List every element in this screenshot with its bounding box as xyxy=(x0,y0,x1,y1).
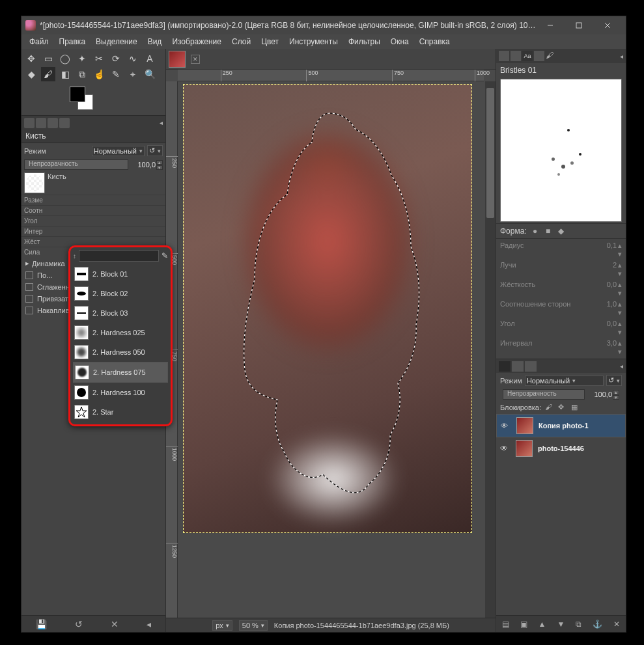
color-picker-tool-icon[interactable]: ⌖ xyxy=(126,67,140,81)
layer-group-icon[interactable]: ▣ xyxy=(520,620,527,629)
bucket-tool-icon[interactable]: ◆ xyxy=(24,67,38,81)
shape-square-icon[interactable]: ■ xyxy=(544,226,553,236)
brush-thumbnail-button[interactable] xyxy=(24,172,45,193)
eraser-tool-icon[interactable]: ◧ xyxy=(58,67,72,81)
brush-item[interactable]: 2. Hardness 100 xyxy=(73,383,168,402)
brush-param-row[interactable]: Лучи2▴▾ xyxy=(496,260,626,279)
param-spinner[interactable]: ▴▾ xyxy=(618,261,622,278)
layers-tab-icon[interactable] xyxy=(499,361,511,372)
param-spinner[interactable]: ▴▾ xyxy=(618,241,622,258)
brush-item[interactable]: 2. Hardness 075 xyxy=(73,362,168,383)
shape-circle-icon[interactable]: ● xyxy=(531,226,540,236)
lock-position-icon[interactable]: ✥ xyxy=(558,403,567,412)
brush-param-row[interactable]: Интервал3,0▴▾ xyxy=(496,338,626,357)
brush-search-input[interactable] xyxy=(79,250,159,262)
path-tool-icon[interactable]: ✎ xyxy=(109,67,123,81)
patterns-tab-icon[interactable] xyxy=(511,51,521,61)
smudge-tool-icon[interactable]: ☝ xyxy=(92,67,106,81)
layer-up-icon[interactable]: ▲ xyxy=(539,620,546,629)
restore-preset-icon[interactable]: ↺ xyxy=(75,619,83,629)
brush-param-row[interactable]: Радиус0,1▴▾ xyxy=(496,240,626,260)
save-preset-icon[interactable]: 💾 xyxy=(36,619,47,629)
menu-windows[interactable]: Окна xyxy=(385,35,414,48)
layer-mode-select[interactable]: Нормальный ▾ xyxy=(525,376,604,386)
spacing-row[interactable]: Интер xyxy=(21,226,165,236)
paint-tab-icon[interactable]: 🖌 xyxy=(546,51,556,61)
menu-tools[interactable]: Инструменты xyxy=(284,35,343,48)
fuzzy-select-tool-icon[interactable]: ✦ xyxy=(75,51,89,66)
close-button[interactable] xyxy=(593,16,622,34)
menu-layer[interactable]: Слой xyxy=(227,35,256,48)
param-spinner[interactable]: ▴▾ xyxy=(618,281,622,297)
angle-row[interactable]: Угол xyxy=(21,215,165,226)
paintbrush-tool-icon[interactable]: 🖌 xyxy=(41,67,55,81)
bind-checkbox[interactable] xyxy=(25,295,33,303)
brush-item[interactable]: 2. Block 02 xyxy=(73,284,168,303)
brushes-tab-icon[interactable] xyxy=(499,51,509,61)
color-swatch[interactable] xyxy=(70,87,96,110)
canvas[interactable] xyxy=(183,84,472,533)
opacity-slider[interactable]: Непрозрачность xyxy=(24,159,128,170)
lock-alpha-icon[interactable]: ▦ xyxy=(571,403,580,412)
text-tool-icon[interactable]: A xyxy=(143,51,157,66)
menu-view[interactable]: Вид xyxy=(143,35,167,48)
menu-help[interactable]: Справка xyxy=(414,35,455,48)
fonts-tab-icon[interactable]: Aa xyxy=(522,51,533,61)
tab-device-icon[interactable] xyxy=(36,118,46,128)
reset-preset-icon[interactable]: ◂ xyxy=(147,619,151,629)
brush-param-row[interactable]: Жёсткость0,0▴▾ xyxy=(496,279,626,299)
menu-edit[interactable]: Правка xyxy=(54,35,91,48)
menu-image[interactable]: Изображение xyxy=(167,35,227,48)
rect-select-tool-icon[interactable]: ▭ xyxy=(41,51,55,66)
opacity-spinner[interactable]: ▴▾ xyxy=(156,160,163,170)
paths-tab-icon[interactable] xyxy=(525,361,537,372)
menu-color[interactable]: Цвет xyxy=(256,35,284,48)
brush-param-row[interactable]: Соотношение сторон1,0▴▾ xyxy=(496,299,626,318)
zoom-tool-icon[interactable]: 🔍 xyxy=(143,67,157,81)
vertical-scrollbar[interactable] xyxy=(485,81,496,618)
brush-item[interactable]: 2. Hardness 050 xyxy=(73,342,168,362)
sort-icon[interactable]: ↕ xyxy=(73,253,76,260)
minimize-button[interactable] xyxy=(536,16,565,34)
brush-item[interactable]: 2. Block 03 xyxy=(73,303,168,323)
dock-menu-icon[interactable]: ◂ xyxy=(620,363,623,370)
warp-tool-icon[interactable]: ∿ xyxy=(126,51,140,66)
pd-checkbox[interactable] xyxy=(25,271,33,279)
size-row[interactable]: Разме xyxy=(21,195,165,205)
foreground-color[interactable] xyxy=(70,87,85,102)
clone-tool-icon[interactable]: ⧉ xyxy=(75,67,89,81)
unit-select[interactable]: px ▾ xyxy=(212,620,232,631)
brush-item[interactable]: 2. Star xyxy=(73,402,168,422)
horizontal-ruler[interactable]: 250 500 750 1000 xyxy=(178,70,484,81)
edit-brush-icon[interactable]: ✎ xyxy=(161,251,168,260)
tab-images-icon[interactable] xyxy=(59,118,70,128)
layer-row[interactable]: 👁Копия photo-1 xyxy=(496,414,626,437)
menu-filters[interactable]: Фильтры xyxy=(343,35,385,48)
document-tab-thumb[interactable] xyxy=(169,51,186,68)
anchor-layer-icon[interactable]: ⚓ xyxy=(593,620,602,629)
free-select-tool-icon[interactable]: ◯ xyxy=(58,51,72,66)
new-layer-icon[interactable]: ▤ xyxy=(502,620,509,629)
layer-mode-reset[interactable]: ↺▾ xyxy=(606,375,622,386)
visibility-eye-icon[interactable]: 👁 xyxy=(500,444,511,453)
dup-layer-icon[interactable]: ⧉ xyxy=(576,620,581,629)
accum-checkbox[interactable] xyxy=(25,307,33,314)
visibility-eye-icon[interactable]: 👁 xyxy=(501,422,511,430)
history-tab-icon[interactable] xyxy=(534,51,544,61)
aspect-row[interactable]: Соотн xyxy=(21,205,165,215)
menu-file[interactable]: Файл xyxy=(24,35,54,48)
dock-menu-icon[interactable]: ◂ xyxy=(620,53,623,60)
tab-undo-icon[interactable] xyxy=(48,118,58,128)
param-spinner[interactable]: ▴▾ xyxy=(618,339,622,356)
brush-item[interactable]: 2. Block 01 xyxy=(73,264,168,284)
rotate-tool-icon[interactable]: ⟳ xyxy=(109,51,123,66)
delete-layer-icon[interactable]: ✕ xyxy=(613,620,620,629)
delete-preset-icon[interactable]: ✕ xyxy=(111,619,119,629)
layer-down-icon[interactable]: ▼ xyxy=(557,620,565,629)
zoom-select[interactable]: 50 % ▾ xyxy=(239,620,268,631)
menu-select[interactable]: Выделение xyxy=(91,35,143,48)
param-spinner[interactable]: ▴▾ xyxy=(618,320,622,336)
mode-select[interactable]: Нормальный ▾ xyxy=(92,146,145,156)
channels-tab-icon[interactable] xyxy=(512,361,524,372)
brush-param-row[interactable]: Угол0,0▴▾ xyxy=(496,318,626,338)
